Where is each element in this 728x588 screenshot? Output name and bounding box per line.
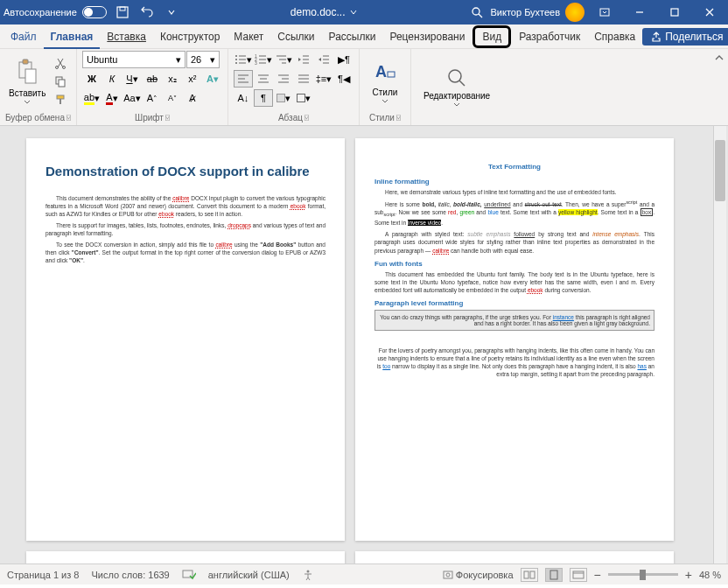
word-count[interactable]: Число слов: 1639 — [91, 570, 169, 580]
clear-format-button[interactable]: A̷ — [183, 89, 202, 107]
svg-point-2 — [472, 8, 480, 15]
tab-help[interactable]: Справка — [587, 24, 642, 49]
language[interactable]: английский (США) — [208, 570, 290, 580]
zoom-slider[interactable] — [608, 573, 678, 576]
body-text: Here, we demonstrate various types of in… — [374, 188, 654, 196]
svg-rect-15 — [59, 80, 65, 87]
autosave-toggle[interactable]: Автосохранение — [4, 6, 107, 18]
bullets-button[interactable]: ▾ — [234, 51, 253, 68]
show-marks-button[interactable]: ¶ — [254, 89, 273, 107]
title-bar: Автосохранение demo.doc... Виктор Бухтее… — [0, 0, 728, 24]
web-layout-button[interactable] — [570, 568, 587, 582]
zoom-in-button[interactable]: + — [685, 568, 692, 582]
print-layout-button[interactable] — [545, 568, 563, 582]
heading-inline: Inline formatting — [374, 178, 654, 186]
find-icon — [445, 66, 468, 89]
share-icon — [651, 32, 662, 42]
svg-rect-62 — [573, 571, 584, 578]
underline-button[interactable]: Ч▾ — [122, 70, 142, 88]
editing-button[interactable]: Редактирование — [416, 63, 497, 110]
tab-design[interactable]: Конструктор — [153, 24, 227, 49]
ribbon-group-font: Ubuntu▾ 26▾ Ж К Ч▾ ab x₂ x² A▾ ab▾ A▾ Aa… — [77, 49, 228, 125]
svg-line-3 — [479, 14, 482, 18]
italic-button[interactable]: К — [102, 70, 122, 88]
svg-point-53 — [449, 70, 461, 82]
shrink-font-button[interactable]: A˅ — [163, 89, 182, 107]
svg-point-13 — [63, 66, 66, 69]
ribbon-options-icon[interactable] — [590, 0, 620, 24]
align-right-button[interactable] — [274, 70, 293, 88]
document-area: Demonstration of DOCX support in calibre… — [0, 126, 728, 564]
zoom-out-button[interactable]: − — [594, 568, 601, 582]
sort-button[interactable]: A↓ — [234, 89, 253, 107]
borders-button[interactable]: ▾ — [294, 89, 313, 107]
toggle-switch-icon[interactable] — [82, 6, 107, 18]
styles-icon: A — [372, 60, 398, 86]
minimize-button[interactable] — [625, 0, 654, 24]
strikethrough-button[interactable]: ab — [143, 70, 162, 88]
tab-references[interactable]: Ссылки — [270, 24, 321, 49]
tab-insert[interactable]: Вставка — [100, 24, 153, 49]
user-name: Виктор Бухтеев — [491, 7, 560, 18]
tab-view[interactable]: Вид — [472, 25, 511, 48]
body-text: For the lovers of poetry amongst you, pa… — [374, 346, 654, 378]
increase-indent-button[interactable] — [314, 51, 333, 68]
page-1: Demonstration of DOCX support in calibre… — [26, 138, 345, 541]
align-left-button[interactable] — [234, 70, 253, 88]
collapse-ribbon-icon[interactable] — [710, 49, 728, 125]
bold-button[interactable]: Ж — [82, 70, 102, 88]
copy-button[interactable] — [51, 73, 70, 90]
undo-icon[interactable] — [138, 4, 156, 21]
tab-home[interactable]: Главная — [44, 24, 101, 49]
ltr-button[interactable]: ▶¶ — [334, 51, 354, 68]
user-avatar[interactable] — [565, 3, 584, 22]
svg-rect-4 — [600, 9, 609, 16]
justify-button[interactable] — [294, 70, 313, 88]
share-button[interactable]: Поделиться — [642, 28, 728, 46]
page-2: Text Formatting Inline formatting Here, … — [355, 138, 674, 541]
subscript-button[interactable]: x₂ — [163, 70, 182, 88]
page-count[interactable]: Страница 1 из 8 — [7, 570, 79, 580]
grow-font-button[interactable]: A˄ — [143, 89, 162, 107]
font-family-combo[interactable]: Ubuntu▾ — [82, 51, 186, 68]
text-effects-button[interactable]: A▾ — [203, 70, 222, 88]
align-center-button[interactable] — [254, 70, 273, 88]
change-case-button[interactable]: Aa▾ — [122, 89, 142, 107]
spellcheck-icon[interactable] — [182, 569, 196, 581]
zoom-level[interactable]: 48 % — [699, 570, 721, 580]
body-text: Here is some bold, italic, bold-italic, … — [374, 200, 654, 227]
scrollbar-thumb[interactable] — [715, 140, 725, 201]
accessibility-icon[interactable] — [302, 569, 314, 581]
tab-review[interactable]: Рецензировани — [382, 24, 472, 49]
tab-mailings[interactable]: Рассылки — [322, 24, 383, 49]
search-icon[interactable] — [468, 4, 486, 21]
font-size-combo[interactable]: 26▾ — [186, 51, 220, 68]
line-spacing-button[interactable]: ‡≡▾ — [314, 70, 333, 88]
multilevel-button[interactable]: ▾ — [274, 51, 293, 68]
focus-mode[interactable]: Фокусировка — [443, 570, 514, 580]
svg-point-20 — [235, 59, 237, 60]
superscript-button[interactable]: x² — [183, 70, 202, 88]
ribbon-group-paragraph: ▾ 123▾ ▾ ▶¶ ‡≡▾ ¶◀ A↓ ¶ ▾ ▾ Аб — [228, 49, 360, 125]
close-button[interactable] — [695, 0, 724, 24]
tab-developer[interactable]: Разработчик — [512, 24, 587, 49]
format-painter-button[interactable] — [51, 91, 70, 108]
tab-file[interactable]: Файл — [4, 24, 44, 49]
dropdown-icon[interactable] — [163, 4, 180, 21]
rtl-button[interactable]: ¶◀ — [334, 70, 354, 88]
shading-button[interactable]: ▾ — [274, 89, 293, 107]
cut-button[interactable] — [51, 54, 70, 72]
chevron-down-icon — [382, 99, 388, 103]
body-text: A paragraph with styled text: subtle emp… — [374, 230, 654, 254]
save-icon[interactable] — [114, 4, 131, 21]
tab-layout[interactable]: Макет — [227, 24, 270, 49]
styles-button[interactable]: A Стили — [365, 56, 405, 107]
maximize-button[interactable] — [660, 0, 690, 24]
read-mode-button[interactable] — [521, 568, 538, 582]
decrease-indent-button[interactable] — [294, 51, 313, 68]
svg-rect-57 — [444, 571, 452, 578]
numbering-button[interactable]: 123▾ — [254, 51, 273, 68]
highlight-button[interactable]: ab▾ — [82, 89, 102, 107]
font-color-button[interactable]: A▾ — [102, 89, 122, 107]
paste-button[interactable]: Вставить — [5, 57, 49, 106]
